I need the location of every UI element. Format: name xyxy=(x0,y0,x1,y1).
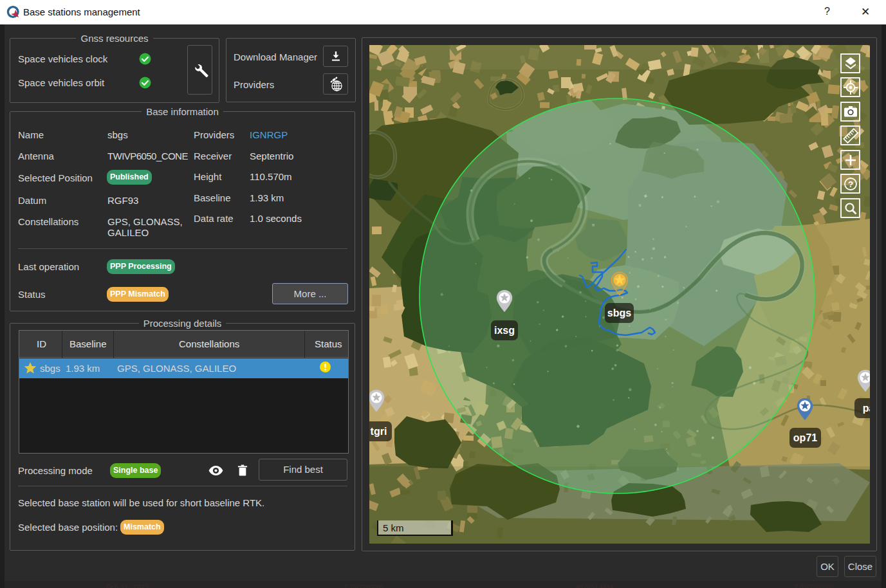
svg-text:?: ? xyxy=(847,179,853,189)
